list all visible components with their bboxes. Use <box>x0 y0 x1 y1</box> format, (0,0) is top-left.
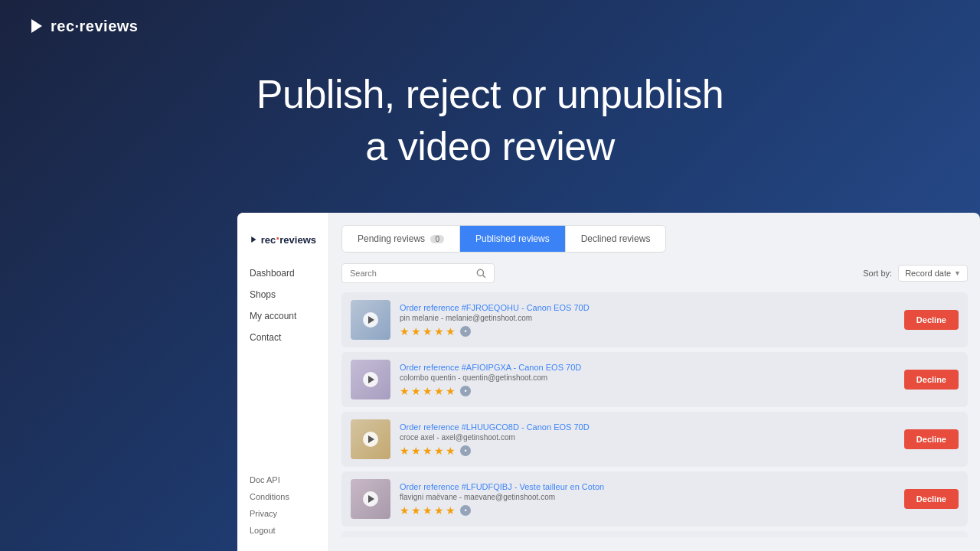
review-info: Order reference #LHUUGCO8D - Canon EOS 7… <box>400 422 895 457</box>
sidebar-item-shops[interactable]: Shops <box>247 284 319 305</box>
sidebar-logo-icon <box>250 234 258 245</box>
review-order: Order reference #FJROEQOHU - Canon EOS 7… <box>400 303 895 312</box>
sidebar-item-dashboard[interactable]: Dashboard <box>247 262 319 284</box>
star-3: ★ <box>423 325 433 337</box>
decline-button[interactable]: Decline <box>904 489 959 509</box>
sidebar-logo: rec·reviews <box>237 225 328 262</box>
star-1: ★ <box>400 325 410 337</box>
star-2: ★ <box>411 325 421 337</box>
sort-label: Sort by: <box>863 269 892 278</box>
star-rating: ★ ★ ★ ★ ★ • <box>400 325 895 337</box>
play-button[interactable] <box>363 432 378 447</box>
star-rating: ★ ★ ★ ★ ★ • <box>400 445 895 457</box>
decline-button[interactable]: Decline <box>904 429 959 449</box>
sidebar-item-privacy[interactable]: Privacy <box>247 505 320 522</box>
star-2: ★ <box>411 504 421 517</box>
sidebar-footer: Doc API Conditions Privacy Logout <box>237 471 329 551</box>
star-2: ★ <box>411 445 421 457</box>
review-card: Order reference #AFIOIPGXA - Canon EOS 7… <box>341 352 968 407</box>
sidebar-logo-text: rec·reviews <box>261 231 316 247</box>
hero-section: Publish, reject or unpublish a video rev… <box>0 69 980 172</box>
sort-control: Sort by: Record date ▼ <box>863 265 968 282</box>
star-4: ★ <box>434 445 444 457</box>
review-customer: pin melanie - melanie@getinshoot.com <box>400 314 895 322</box>
star-5: ★ <box>446 325 456 337</box>
svg-marker-1 <box>251 236 256 242</box>
logo-play-icon <box>28 17 46 35</box>
sidebar-item-myaccount[interactable]: My account <box>247 305 319 327</box>
play-button[interactable] <box>363 312 378 328</box>
controls-bar: Sort by: Record date ▼ <box>341 263 968 283</box>
star-5: ★ <box>446 445 456 457</box>
review-customer: colombo quentin - quentin@getinshoot.com <box>400 373 895 382</box>
sort-arrow: ▼ <box>954 269 961 277</box>
star-4: ★ <box>434 504 444 517</box>
sidebar-item-logout[interactable]: Logout <box>247 522 320 539</box>
review-card: Order reference #LHUUGCO8D - Canon EOS 7… <box>341 412 968 467</box>
play-triangle-icon <box>368 316 374 324</box>
review-order: Order reference #LHUUGCO8D - Canon EOS 7… <box>400 422 895 432</box>
search-box[interactable] <box>341 263 495 283</box>
star-3: ★ <box>423 504 433 517</box>
play-triangle-icon <box>368 435 374 443</box>
svg-marker-0 <box>31 19 42 33</box>
star-5: ★ <box>446 385 456 397</box>
info-icon[interactable]: • <box>460 326 471 337</box>
review-thumbnail[interactable] <box>351 360 390 399</box>
decline-button[interactable]: Decline <box>904 310 959 330</box>
tabs-bar: Pending reviews 0 Published reviews Decl… <box>341 225 666 253</box>
tab-published[interactable]: Published reviews <box>460 226 566 252</box>
star-4: ★ <box>434 385 444 397</box>
tab-pending[interactable]: Pending reviews 0 <box>342 226 460 252</box>
review-customer: flavigni maëvane - maevane@getinshoot.co… <box>400 493 895 501</box>
top-bar: rec·reviews <box>0 0 980 52</box>
sidebar-item-docapi[interactable]: Doc API <box>247 471 320 488</box>
main-content: Pending reviews 0 Published reviews Decl… <box>329 213 980 551</box>
review-info: Order reference #FJROEQOHU - Canon EOS 7… <box>400 303 895 337</box>
sidebar: rec·reviews Dashboard Shops My account C… <box>237 213 329 551</box>
play-triangle-icon <box>368 495 374 503</box>
play-button[interactable] <box>363 372 378 387</box>
play-triangle-icon <box>368 376 374 383</box>
logo-text: rec·reviews <box>51 18 138 35</box>
review-order: Order reference #AFIOIPGXA - Canon EOS 7… <box>400 363 895 372</box>
decline-button[interactable]: Decline <box>904 370 959 390</box>
star-rating: ★ ★ ★ ★ ★ • <box>400 504 895 517</box>
search-input[interactable] <box>350 269 471 278</box>
logo: rec·reviews <box>28 17 138 35</box>
svg-point-2 <box>477 269 483 276</box>
review-card: Order reference #LFUDFQIBJ - Veste taill… <box>341 471 968 527</box>
play-button[interactable] <box>363 491 378 507</box>
pending-badge: 0 <box>430 235 444 243</box>
sort-select[interactable]: Record date ▼ <box>898 265 968 282</box>
sort-value: Record date <box>905 269 951 278</box>
star-1: ★ <box>400 445 410 457</box>
review-thumbnail[interactable] <box>351 479 390 519</box>
app-window: rec·reviews Dashboard Shops My account C… <box>237 213 980 551</box>
hero-title: Publish, reject or unpublish a video rev… <box>0 69 980 172</box>
svg-line-3 <box>483 276 485 278</box>
review-customer: croce axel - axel@getinshoot.com <box>400 433 895 442</box>
reviews-list: Order reference #FJROEQOHU - Canon EOS 7… <box>341 292 968 537</box>
review-thumbnail[interactable] <box>351 419 390 459</box>
info-icon[interactable]: • <box>460 386 471 396</box>
star-2: ★ <box>411 385 421 397</box>
star-3: ★ <box>423 385 433 397</box>
search-icon <box>475 268 486 279</box>
star-1: ★ <box>400 504 410 517</box>
tab-declined[interactable]: Declined reviews <box>566 226 666 252</box>
review-thumbnail[interactable] <box>351 300 390 340</box>
review-order: Order reference #LFUDFQIBJ - Veste taill… <box>400 482 895 491</box>
star-1: ★ <box>400 385 410 397</box>
sidebar-item-contact[interactable]: Contact <box>247 327 319 348</box>
star-5: ★ <box>446 504 456 517</box>
info-icon[interactable]: • <box>460 445 471 456</box>
review-card: Order reference #FJROEQOHU - Canon EOS 7… <box>341 292 968 347</box>
star-4: ★ <box>434 325 444 337</box>
review-info: Order reference #LFUDFQIBJ - Veste taill… <box>400 482 895 517</box>
info-icon[interactable]: • <box>460 505 471 516</box>
star-rating: ★ ★ ★ ★ ★ • <box>400 385 895 397</box>
review-card <box>341 531 968 537</box>
sidebar-item-conditions[interactable]: Conditions <box>247 488 320 505</box>
star-3: ★ <box>423 445 433 457</box>
